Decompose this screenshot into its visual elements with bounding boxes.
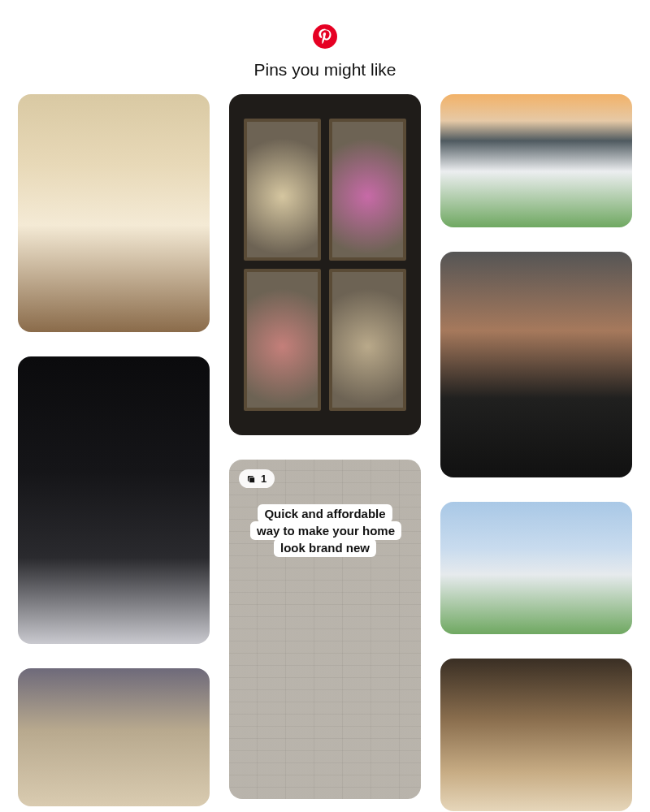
frame-cell: [329, 269, 406, 411]
pin-selfie[interactable]: [440, 252, 632, 477]
pin-runway[interactable]: [18, 356, 210, 644]
pin-brick[interactable]: 1 Quick and affordable way to make your …: [229, 460, 421, 799]
frames-art: [244, 119, 406, 411]
page-header: Pins you might like: [0, 0, 650, 94]
svg-rect-2: [249, 477, 255, 482]
page-title: Pins you might like: [254, 60, 396, 80]
frame-cell: [329, 119, 406, 261]
pin-house-white[interactable]: [440, 502, 632, 634]
collection-count-badge: 1: [239, 469, 275, 488]
pin-caption: Quick and affordable way to make your ho…: [250, 505, 400, 556]
pin-house-sunset[interactable]: [440, 94, 632, 227]
pin-hat[interactable]: [18, 94, 210, 332]
pin-atrium[interactable]: [18, 668, 210, 806]
pin-column: 1 Quick and affordable way to make your …: [229, 94, 421, 811]
pinterest-logo-icon[interactable]: [313, 24, 337, 49]
pin-grid: 1 Quick and affordable way to make your …: [0, 94, 650, 811]
frame-cell: [244, 269, 321, 411]
stack-icon: [245, 473, 257, 485]
pin-column: [440, 94, 632, 811]
pin-column: [18, 94, 210, 811]
frame-cell: [244, 119, 321, 261]
collection-count: 1: [261, 473, 266, 485]
pin-cozy[interactable]: [440, 659, 632, 811]
pin-frames[interactable]: [229, 94, 421, 435]
